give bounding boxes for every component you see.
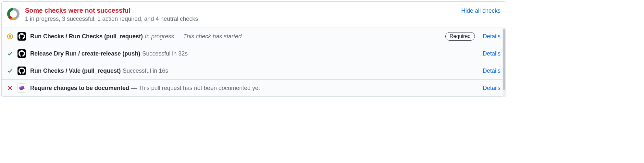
header-text: Some checks were not successful 1 in pro…	[25, 7, 456, 22]
check-name: Run Checks / Run Checks (pull_request)	[30, 33, 143, 40]
scrollbar-thumb[interactable]	[503, 29, 505, 90]
check-name: Run Checks / Vale (pull_request)	[30, 68, 121, 74]
failure-x-icon	[7, 85, 13, 91]
github-actions-avatar-icon	[17, 49, 26, 58]
success-check-icon	[7, 50, 13, 57]
check-row: Release Dry Run / create-release (push) …	[2, 45, 506, 62]
check-name: Release Dry Run / create-release (push)	[30, 50, 140, 57]
check-row: Run Checks / Vale (pull_request) Success…	[2, 62, 506, 80]
hide-all-checks-link[interactable]: Hide all checks	[461, 7, 501, 14]
checks-list: Run Checks / Run Checks (pull_request) I…	[2, 28, 506, 97]
svg-point-5	[9, 35, 11, 38]
check-name: Require changes to be documented	[30, 85, 129, 92]
check-row: Run Checks / Run Checks (pull_request) I…	[2, 28, 506, 45]
required-badge: Required	[445, 32, 475, 41]
details-link[interactable]: Details	[483, 68, 501, 74]
check-status-text: — This pull request has not been documen…	[131, 85, 260, 92]
details-link[interactable]: Details	[483, 85, 501, 92]
check-row: Require changes to be documented — This …	[2, 80, 506, 97]
check-main: Run Checks / Run Checks (pull_request) I…	[30, 33, 441, 40]
app-avatar-icon	[17, 83, 26, 93]
details-link[interactable]: Details	[483, 50, 501, 57]
scrollbar[interactable]	[502, 28, 506, 97]
check-main: Release Dry Run / create-release (push) …	[30, 50, 479, 57]
github-actions-avatar-icon	[17, 32, 26, 41]
checks-subtitle: 1 in progress, 3 successful, 1 action re…	[25, 16, 456, 22]
checks-title: Some checks were not successful	[25, 7, 456, 14]
checks-panel: Some checks were not successful 1 in pro…	[1, 1, 506, 97]
checks-header: Some checks were not successful 1 in pro…	[2, 2, 506, 28]
check-status-text: Successful in 32s	[142, 50, 188, 57]
details-link[interactable]: Details	[483, 33, 501, 40]
check-main: Run Checks / Vale (pull_request) Success…	[30, 68, 479, 74]
check-status-text: In progress — This check has started...	[145, 33, 246, 40]
in-progress-icon	[7, 33, 13, 40]
check-status-text: Successful in 16s	[123, 68, 168, 74]
github-actions-avatar-icon	[17, 66, 26, 75]
check-main: Require changes to be documented — This …	[30, 85, 479, 92]
status-donut-icon	[7, 7, 20, 20]
success-check-icon	[7, 68, 13, 74]
